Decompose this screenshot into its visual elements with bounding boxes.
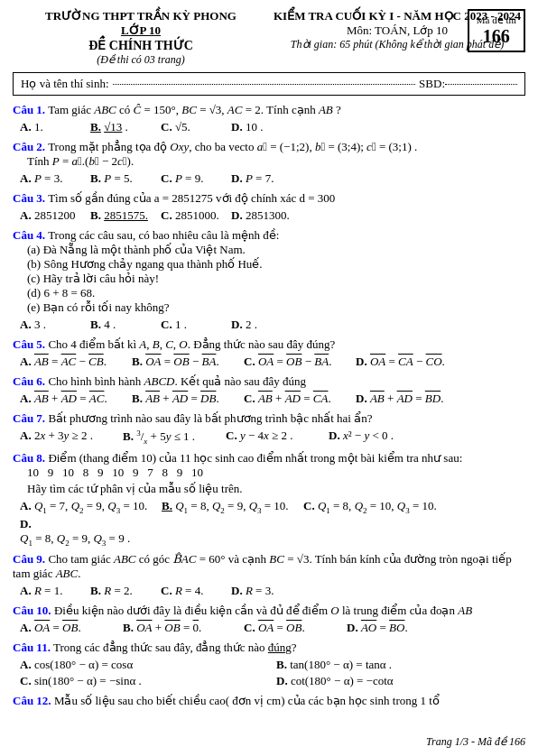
q9-label: Câu 9.	[13, 552, 45, 566]
q1-label: Câu 1.	[13, 103, 45, 116]
q6-ans-a: A. AB + AD = AC.	[20, 392, 128, 406]
q9-ans-d: D. R = 3.	[231, 584, 294, 598]
ma-de-box: Mã đề thi 166	[468, 9, 525, 52]
q4-label: Câu 4.	[13, 228, 45, 242]
q5-ans-c: C. OA = OB − BA.	[244, 355, 352, 369]
q6-label: Câu 6.	[13, 374, 45, 388]
name-dots	[113, 84, 416, 85]
q9-answers: A. R = 1. B. R = 2. C. R = 4. D. R = 3.	[13, 584, 525, 598]
q7-ans-b: B. 3/x + 5y ≤ 1 .	[123, 429, 222, 446]
q2-subtext: Tính P = a⃗.(b⃗ − 2c⃗).	[13, 154, 525, 169]
q12-text: Mẫu số liệu sau cho biết chiều cao( đơn …	[54, 694, 440, 707]
q3-b: B. 2851575.	[90, 208, 153, 223]
q2-c: C. P = 9.	[161, 171, 224, 186]
q8-d-extra: Q1 = 8, Q2 = 9, Q3 = 9 .	[13, 531, 525, 548]
q1-c: C. √5.	[161, 120, 224, 134]
q10-answers: A. OA = OB. B. OA + OB = 0. C. OA = OB. …	[13, 621, 525, 635]
q1-a: A. 1.	[20, 120, 83, 134]
q4-ans-c: C. 1 .	[161, 318, 224, 332]
q5-ans-b: B. OA = OB − BA.	[132, 355, 240, 369]
question-1: Câu 1. Tam giác ABC có Ĉ = 150°, BC = √3…	[13, 103, 525, 134]
q11-text: Trong các đẳng thức sau đây, đẳng thức n…	[53, 641, 297, 654]
q8-subtext: Hãy tìm các tứ phân vị của mẫu số liệu t…	[13, 482, 525, 496]
question-3: Câu 3. Tìm số gần đúng của a = 2851275 v…	[13, 191, 525, 223]
q4-e-item: (e) Bạn có rỗi tối nay không?	[13, 300, 525, 315]
q5-ans-d: D. OA = CA − CO.	[356, 355, 464, 369]
q2-answers: A. P = 3. B. P = 5. C. P = 9. D. P = 7.	[13, 171, 525, 186]
ma-de-number: 166	[477, 26, 516, 47]
question-10: Câu 10. Điều kiện nào dưới đây là điều k…	[13, 604, 525, 635]
q3-c: C. 2851000.	[161, 208, 224, 223]
q8-label: Câu 8.	[13, 451, 45, 465]
q2-label: Câu 2.	[13, 140, 45, 153]
sbd-dots	[445, 84, 517, 85]
header-left: TRƯỜNG THPT TRẦN KỲ PHONG LỚP 10 ĐỀ CHÍN…	[13, 9, 269, 67]
q3-label: Câu 3.	[13, 191, 45, 205]
q3-d: D. 2851300.	[231, 208, 294, 223]
q9-text: Cho tam giác ABC có góc B̂AC = 60° và cạ…	[13, 552, 512, 580]
q7-ans-d: D. x² − y < 0 .	[329, 429, 428, 446]
q9-ans-c: C. R = 4.	[161, 584, 224, 598]
q2-b: B. P = 5.	[90, 171, 153, 186]
q5-text: Cho 4 điểm bất kì A, B, C, O. Đẳng thức …	[48, 337, 335, 351]
student-line: Họ và tên thí sinh: SBD:	[13, 72, 525, 96]
question-12: Câu 12. Mẫu số liệu sau cho biết chiều c…	[13, 694, 525, 708]
q10-ans-d: D. AO = BO.	[347, 621, 446, 635]
q10-ans-a: A. OA = OB.	[20, 621, 119, 635]
q3-text: Tìm số gần đúng của a = 2851275 với độ c…	[48, 191, 335, 205]
q1-b: B. √13 .	[90, 120, 153, 134]
exam-subtitle: (Đề thi có 03 trang)	[13, 53, 269, 67]
q11-answers: A. cos(180° − α) = cosα B. tan(180° − α)…	[13, 658, 525, 688]
grade: LỚP 10	[13, 23, 269, 38]
q8-answers: A. Q1 = 7, Q2 = 9, Q3 = 10. B. Q1 = 8, Q…	[13, 499, 525, 531]
q4-ans-b: B. 4 .	[90, 318, 153, 332]
q6-ans-d: D. AB + AD = BD.	[356, 392, 464, 406]
q8-text: Điểm (thang điểm 10) của 11 học sinh cao…	[48, 451, 462, 465]
q4-text: Trong các câu sau, có bao nhiêu câu là m…	[48, 228, 279, 242]
q6-answers: A. AB + AD = AC. B. AB + AD = DB. C. AB …	[13, 392, 525, 406]
q11-ans-a: A. cos(180° − α) = cosα	[20, 658, 269, 672]
q4-ans-a: A. 3 .	[20, 318, 83, 332]
q6-ans-b: B. AB + AD = DB.	[132, 392, 240, 406]
q4-ans-d: D. 2 .	[231, 318, 294, 332]
q11-label: Câu 11.	[13, 641, 51, 654]
q8-data: 10 9 10 8 9 10 9 7 8 9 10	[13, 466, 525, 480]
exam-title: ĐỀ CHÍNH THỨC	[13, 38, 269, 53]
q2-d: D. P = 7.	[231, 171, 294, 186]
question-9: Câu 9. Cho tam giác ABC có góc B̂AC = 60…	[13, 552, 525, 598]
q9-ans-b: B. R = 2.	[90, 584, 153, 598]
q10-ans-c: C. OA = OB.	[244, 621, 343, 635]
q1-d: D. 10 .	[231, 120, 294, 134]
q7-answers: A. 2x + 3y ≥ 2 . B. 3/x + 5y ≤ 1 . C. y …	[13, 429, 525, 446]
q7-ans-c: C. y − 4x ≥ 2 .	[226, 429, 325, 446]
question-11: Câu 11. Trong các đẳng thức sau đây, đẳn…	[13, 641, 525, 688]
student-label: Họ và tên thí sinh:	[21, 77, 109, 91]
question-6: Câu 6. Cho hình bình hành ABCD. Kết quả …	[13, 374, 525, 406]
q12-label: Câu 12.	[13, 694, 51, 707]
q11-ans-b: B. tan(180° − α) = tanα .	[276, 658, 525, 672]
q8-ans-c: C. Q1 = 8, Q2 = 10, Q3 = 10.	[303, 499, 443, 515]
q3-answers: A. 2851200 B. 2851575. C. 2851000. D. 28…	[13, 208, 525, 223]
footer-text: Trang 1/3 - Mã đề 166	[426, 735, 525, 748]
school-name: TRƯỜNG THPT TRẦN KỲ PHONG	[13, 9, 269, 23]
q4-a-item: (a) Đà Nẵng là một thành phố của Việt Na…	[13, 243, 525, 257]
header: TRƯỜNG THPT TRẦN KỲ PHONG LỚP 10 ĐỀ CHÍN…	[13, 9, 525, 67]
q7-ans-a: A. 2x + 3y ≥ 2 .	[20, 429, 119, 446]
q6-text: Cho hình bình hành ABCD. Kết quả nào sau…	[48, 374, 306, 388]
sbd-label: SBD:	[419, 77, 445, 91]
q5-label: Câu 5.	[13, 337, 45, 351]
q10-label: Câu 10.	[13, 604, 51, 617]
q5-ans-a: A. AB = AC − CB.	[20, 355, 128, 369]
q2-a: A. P = 3.	[20, 171, 83, 186]
q9-ans-a: A. R = 1.	[20, 584, 83, 598]
q11-ans-d: D. cot(180° − α) = −cotα	[276, 674, 525, 688]
question-8: Câu 8. Điểm (thang điểm 10) của 11 học s…	[13, 451, 525, 547]
question-7: Câu 7. Bất phương trình nào sau đây là b…	[13, 411, 525, 446]
q8-ans-a: A. Q1 = 7, Q2 = 9, Q3 = 10.	[20, 499, 160, 515]
ma-de-label: Mã đề thi	[477, 14, 516, 26]
q7-text: Bất phương trình nào sau đây là bất phươ…	[48, 411, 372, 425]
q4-answers: A. 3 . B. 4 . C. 1 . D. 2 .	[13, 318, 525, 332]
question-5: Câu 5. Cho 4 điểm bất kì A, B, C, O. Đẳn…	[13, 337, 525, 369]
q4-c-item: (c) Hãy trả lời câu hỏi này!	[13, 272, 525, 286]
q8-ans-d: D.	[20, 517, 110, 531]
